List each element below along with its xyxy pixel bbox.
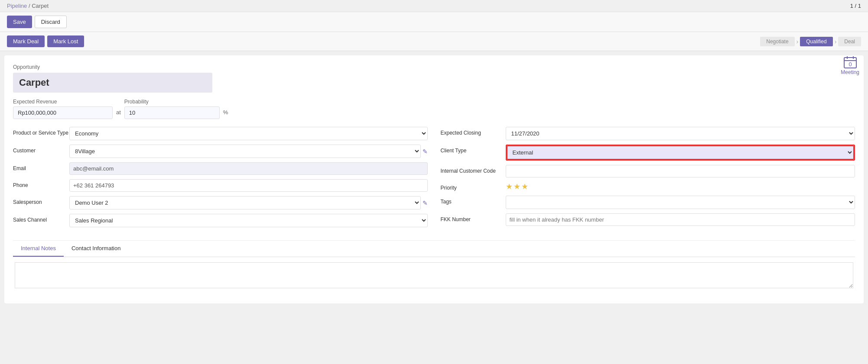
expected-closing-label: Expected Closing [441, 127, 506, 136]
opportunity-title[interactable] [13, 73, 212, 93]
fkk-number-label: FKK Number [441, 213, 506, 222]
expected-revenue-label: Expected Revenue [13, 99, 113, 105]
tags-select[interactable] [506, 196, 855, 209]
star-1[interactable]: ★ [506, 182, 513, 191]
tab-contact-information[interactable]: Contact Information [64, 241, 128, 257]
sales-channel-label: Sales Channel [13, 214, 69, 223]
probability-input[interactable] [124, 106, 220, 119]
percent-text: % [223, 109, 228, 119]
mark-deal-button[interactable]: Mark Deal [7, 35, 45, 47]
stage-arrow-2: › [835, 38, 837, 45]
salesperson-label: Salesperson [13, 196, 69, 205]
pipeline-stages: Negotiate › Qualified › Deal [760, 37, 861, 46]
star-2[interactable]: ★ [514, 182, 520, 191]
tab-internal-notes[interactable]: Internal Notes [13, 241, 64, 257]
email-input[interactable] [69, 162, 428, 175]
breadcrumb-parent[interactable]: Pipeline [7, 3, 27, 9]
meeting-label: Meeting [841, 69, 859, 75]
product-service-type-label: Product or Service Type [13, 127, 69, 136]
at-text: at [116, 109, 121, 119]
priority-label: Priority [441, 182, 506, 191]
client-type-label: Client Type [441, 145, 506, 154]
calendar-icon: 0 [843, 55, 857, 69]
client-type-select[interactable]: External [507, 145, 855, 160]
sales-channel-select[interactable]: Sales Regional [69, 214, 428, 227]
email-label: Email [13, 162, 69, 171]
expected-revenue-input[interactable] [13, 106, 113, 119]
stage-deal[interactable]: Deal [838, 37, 861, 46]
tags-label: Tags [441, 196, 506, 205]
stage-arrow-1: › [796, 38, 799, 45]
priority-stars[interactable]: ★ ★ ★ [506, 182, 855, 191]
stage-negotiate[interactable]: Negotiate [760, 37, 794, 46]
stage-qualified[interactable]: Qualified [800, 37, 832, 46]
expected-closing-select[interactable]: 11/27/2020 [506, 127, 855, 140]
internal-notes-textarea[interactable] [15, 262, 853, 288]
customer-label: Customer [13, 145, 69, 154]
phone-label: Phone [13, 179, 69, 188]
internal-customer-code-label: Internal Customer Code [441, 165, 506, 174]
breadcrumb-current: Carpet [32, 3, 49, 9]
probability-label: Probability [124, 99, 220, 105]
fkk-number-input[interactable] [506, 213, 855, 226]
tabs-header: Internal Notes Contact Information [13, 241, 855, 257]
customer-edit-icon[interactable]: ✎ [423, 148, 428, 155]
svg-text:0: 0 [848, 61, 852, 68]
meeting-widget[interactable]: 0 Meeting [841, 55, 859, 75]
tabs-section: Internal Notes Contact Information [13, 240, 855, 295]
mark-lost-button[interactable]: Mark Lost [47, 35, 84, 47]
tab-content-internal-notes [13, 257, 855, 295]
customer-select[interactable]: 8Village [69, 145, 421, 158]
internal-customer-code-input[interactable] [506, 165, 855, 177]
page-count: 1 / 1 [850, 3, 861, 9]
opportunity-label: Opportunity [13, 64, 855, 70]
breadcrumb: Pipeline / Carpet [7, 3, 49, 9]
phone-input[interactable] [69, 179, 428, 192]
star-3[interactable]: ★ [521, 182, 528, 191]
salesperson-select[interactable]: Demo User 2 [69, 196, 421, 209]
save-button[interactable]: Save [7, 16, 32, 28]
salesperson-edit-icon[interactable]: ✎ [423, 200, 428, 206]
product-service-type-select[interactable]: Economy [69, 127, 428, 140]
discard-button[interactable]: Discard [35, 16, 67, 28]
